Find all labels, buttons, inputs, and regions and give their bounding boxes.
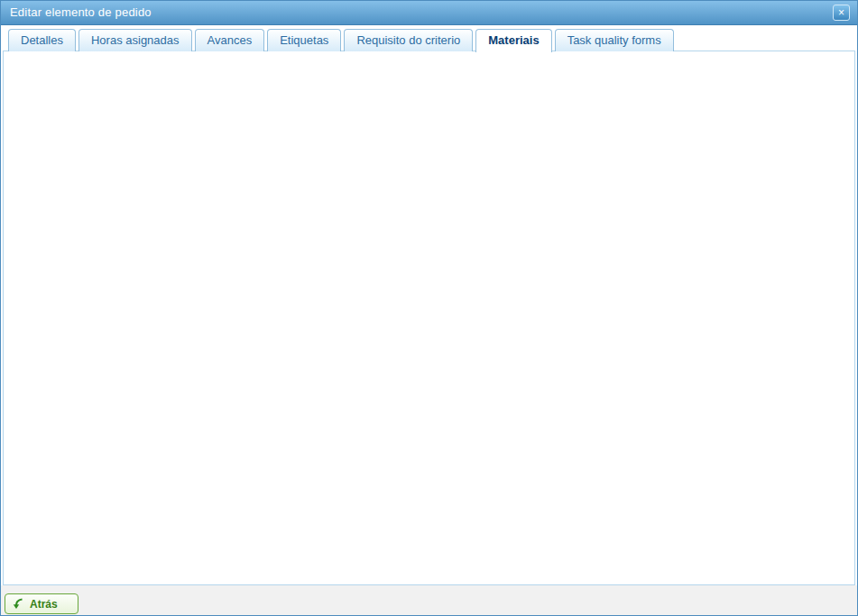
tab-bar: Detalles Horas asignadas Avances Etiquet… — [8, 29, 674, 52]
dialog-footer: Atrás — [1, 585, 857, 615]
close-icon: × — [838, 6, 844, 19]
tab-avances[interactable]: Avances — [195, 29, 265, 51]
tab-requisito-do-criterio[interactable]: Requisito do criterio — [344, 29, 473, 51]
tab-horas-asignadas[interactable]: Horas asignadas — [78, 29, 192, 51]
edit-order-element-dialog: Editar elemento de pedido × Detalles Hor… — [0, 0, 858, 616]
tab-task-quality-forms[interactable]: Task quality forms — [555, 29, 674, 51]
dialog-title: Editar elemento de pedido — [10, 5, 152, 19]
back-arrow-icon — [13, 598, 24, 610]
dialog-titlebar: Editar elemento de pedido × — [1, 1, 857, 25]
close-button[interactable]: × — [833, 5, 850, 21]
tab-content-panel — [3, 51, 855, 585]
back-button-label: Atrás — [30, 598, 58, 611]
tab-etiquetas[interactable]: Etiquetas — [267, 29, 341, 51]
tab-detalles[interactable]: Detalles — [8, 29, 76, 51]
back-button[interactable]: Atrás — [5, 593, 78, 614]
tab-materiais[interactable]: Materiais — [475, 29, 551, 52]
